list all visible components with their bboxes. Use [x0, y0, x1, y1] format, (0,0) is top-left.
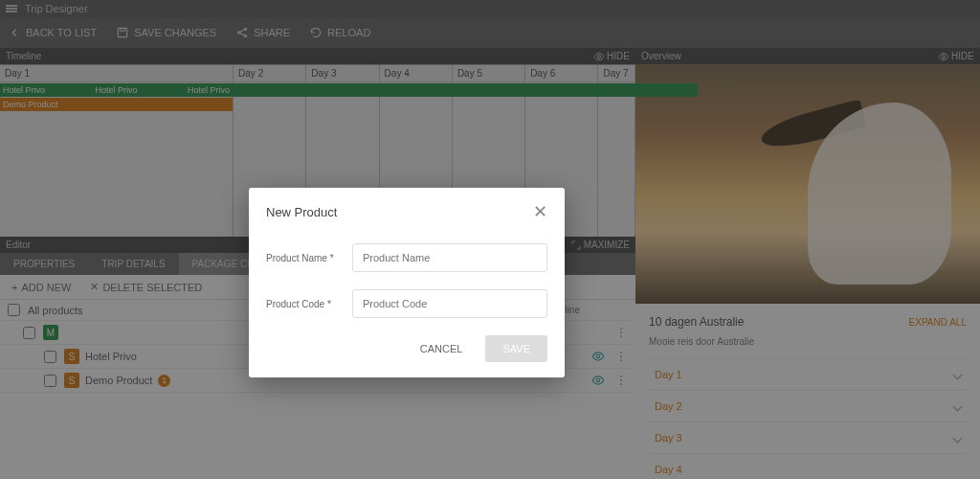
close-icon[interactable]: ✕: [533, 203, 547, 220]
modal-title: New Product: [266, 205, 337, 219]
product-code-label: Product Code *: [266, 299, 352, 309]
product-name-input[interactable]: [352, 243, 547, 272]
product-name-label: Product Name *: [266, 253, 352, 263]
save-button[interactable]: SAVE: [485, 335, 547, 362]
product-code-input[interactable]: [352, 289, 547, 318]
cancel-button[interactable]: CANCEL: [407, 335, 477, 362]
new-product-modal: New Product ✕ Product Name * Product Cod…: [249, 188, 565, 377]
